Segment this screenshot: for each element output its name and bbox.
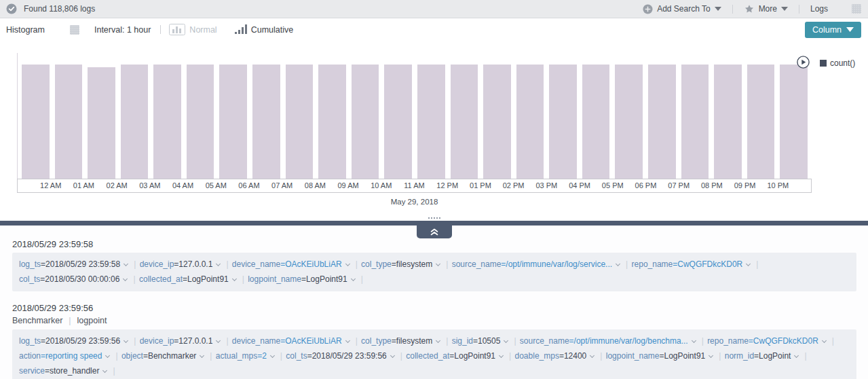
field-source_name[interactable]: source_name=/opt/immune/var/log/benchma.… bbox=[520, 336, 705, 346]
histogram-bar[interactable] bbox=[352, 65, 379, 179]
split-view-icon[interactable] bbox=[54, 25, 64, 35]
chevron-down-icon[interactable] bbox=[746, 261, 751, 266]
histogram-bar[interactable] bbox=[483, 65, 511, 179]
x-axis-tick: 03 PM bbox=[535, 181, 557, 190]
histogram-bar[interactable] bbox=[549, 65, 577, 179]
histogram-bar[interactable] bbox=[318, 65, 346, 179]
chevron-down-icon[interactable] bbox=[616, 261, 620, 266]
chevron-down-icon[interactable] bbox=[794, 353, 799, 358]
field-repo_name[interactable]: repo_name=CwQGFDkcKD0R| bbox=[707, 336, 835, 346]
log-tag[interactable]: logpoint bbox=[77, 316, 107, 325]
field-device_ip[interactable]: device_ip=127.0.0.1| bbox=[140, 336, 230, 346]
log-tag-row: Benchmarker|logpoint bbox=[12, 316, 856, 325]
histogram-bar[interactable] bbox=[22, 65, 50, 179]
field-col_ts[interactable]: col_ts=2018/05/30 00:00:06| bbox=[19, 274, 137, 284]
field-service[interactable]: service=store_handler| bbox=[19, 366, 117, 376]
histogram-bar[interactable] bbox=[582, 65, 610, 179]
field-col_ts[interactable]: col_ts=2018/05/29 23:59:56| bbox=[286, 351, 404, 361]
chevron-down-icon[interactable] bbox=[390, 353, 395, 358]
chevron-down-icon[interactable] bbox=[822, 338, 827, 343]
histogram-bar[interactable] bbox=[121, 65, 149, 179]
histogram-bar[interactable] bbox=[252, 65, 280, 179]
chevron-down-icon[interactable] bbox=[351, 276, 356, 281]
histogram-bar[interactable] bbox=[153, 65, 181, 179]
field-device_name[interactable]: device_name=OAcKEiUbLiAR| bbox=[232, 336, 359, 346]
histogram-bar[interactable] bbox=[747, 65, 775, 179]
add-search-to-button[interactable]: Add Search To bbox=[643, 4, 721, 14]
field-col_type[interactable]: col_type=filesystem| bbox=[361, 259, 449, 269]
chevron-down-icon[interactable] bbox=[709, 353, 713, 358]
histogram-bar[interactable] bbox=[417, 65, 445, 179]
histogram-bar[interactable] bbox=[681, 65, 709, 179]
field-logpoint_name[interactable]: logpoint_name=LogPoint91| bbox=[606, 351, 723, 361]
chevron-down-icon[interactable] bbox=[216, 338, 221, 343]
chevron-down-icon[interactable] bbox=[436, 338, 440, 343]
histogram-bar[interactable] bbox=[55, 65, 83, 179]
play-button[interactable] bbox=[797, 56, 810, 69]
histogram-bar[interactable] bbox=[451, 65, 478, 179]
histogram-bar[interactable] bbox=[648, 65, 676, 179]
field-log_ts[interactable]: log_ts=2018/05/29 23:59:58| bbox=[19, 259, 137, 269]
field-separator: | bbox=[242, 274, 244, 284]
field-actual_mps[interactable]: actual_mps=2| bbox=[216, 351, 284, 361]
field-norm_id[interactable]: norm_id=LogPoint| bbox=[725, 351, 808, 361]
field-value: =2 bbox=[257, 351, 267, 361]
chevron-down-icon[interactable] bbox=[270, 353, 275, 358]
field-repo_name[interactable]: repo_name=CwQGFDkcKD0R| bbox=[632, 259, 760, 269]
chevron-down-icon[interactable] bbox=[200, 353, 204, 358]
log-entry-list: 2018/05/29 23:59:58 log_ts=2018/05/29 23… bbox=[0, 225, 868, 379]
chevron-down-icon[interactable] bbox=[105, 353, 110, 358]
cumulative-mode-button[interactable]: Cumulative bbox=[235, 24, 294, 35]
field-object[interactable]: object=Benchmarker| bbox=[121, 351, 214, 361]
log-tag[interactable]: Benchmarker bbox=[12, 316, 62, 325]
legend-count[interactable]: count() bbox=[820, 58, 855, 68]
histogram-bar[interactable] bbox=[219, 65, 247, 179]
histogram-bar[interactable] bbox=[88, 67, 115, 179]
field-doable_mps[interactable]: doable_mps=12400| bbox=[515, 351, 604, 361]
field-collected_at[interactable]: collected_at=LogPoint91| bbox=[139, 274, 246, 284]
chevron-down-icon[interactable] bbox=[499, 353, 504, 358]
chevron-down-icon[interactable] bbox=[692, 338, 696, 343]
chevron-down-icon[interactable] bbox=[216, 261, 221, 266]
more-menu-button[interactable]: More bbox=[744, 4, 788, 14]
field-collected_at[interactable]: collected_at=LogPoint91| bbox=[406, 351, 512, 361]
grid-view-icon[interactable] bbox=[852, 4, 861, 14]
field-device_name[interactable]: device_name=OAcKEiUbLiAR| bbox=[232, 259, 359, 269]
histogram-bar[interactable] bbox=[714, 65, 742, 179]
tag-separator: | bbox=[69, 316, 71, 325]
chevron-down-icon[interactable] bbox=[124, 338, 128, 343]
chevron-down-icon[interactable] bbox=[504, 338, 508, 343]
column-dropdown-button[interactable]: Column bbox=[805, 22, 861, 38]
field-source_name[interactable]: source_name=/opt/immune/var/log/service.… bbox=[452, 259, 630, 269]
normal-mode-button[interactable]: Normal bbox=[169, 24, 216, 35]
chevron-down-icon[interactable] bbox=[345, 261, 350, 266]
histogram-bar[interactable] bbox=[384, 65, 412, 179]
grid-view-icon[interactable] bbox=[70, 25, 79, 35]
chevron-down-icon[interactable] bbox=[436, 261, 440, 266]
histogram-bar[interactable] bbox=[187, 65, 214, 179]
histogram-bar[interactable] bbox=[615, 65, 643, 179]
histogram-bar[interactable] bbox=[780, 65, 808, 179]
histogram-bar[interactable] bbox=[286, 65, 314, 179]
field-logpoint_name[interactable]: logpoint_name=LogPoint91| bbox=[248, 274, 364, 284]
field-action[interactable]: action=reporting speed| bbox=[19, 351, 119, 361]
chevron-down-icon[interactable] bbox=[345, 338, 350, 343]
field-col_type[interactable]: col_type=filesystem| bbox=[361, 336, 449, 346]
chevron-down-icon[interactable] bbox=[123, 276, 128, 281]
chevron-down-icon[interactable] bbox=[232, 276, 237, 281]
histogram-bar[interactable] bbox=[516, 65, 544, 179]
split-view-icon[interactable] bbox=[836, 4, 846, 14]
field-log_ts[interactable]: log_ts=2018/05/29 23:59:56| bbox=[19, 336, 137, 346]
chevron-down-icon[interactable] bbox=[102, 368, 107, 373]
chevron-down-icon[interactable] bbox=[124, 261, 128, 266]
field-key: doable_mps bbox=[515, 351, 559, 361]
field-key: actual_mps bbox=[216, 351, 257, 361]
field-key: service bbox=[19, 366, 45, 376]
field-device_ip[interactable]: device_ip=127.0.0.1| bbox=[140, 259, 230, 269]
collapse-panel-handle[interactable] bbox=[417, 225, 452, 238]
chevron-down-icon[interactable] bbox=[590, 353, 595, 358]
interval-selector[interactable]: Interval: 1 hour bbox=[94, 25, 151, 35]
field-sig_id[interactable]: sig_id=10505| bbox=[452, 336, 518, 346]
field-separator: | bbox=[400, 351, 402, 361]
chevron-down-icon bbox=[781, 7, 788, 11]
